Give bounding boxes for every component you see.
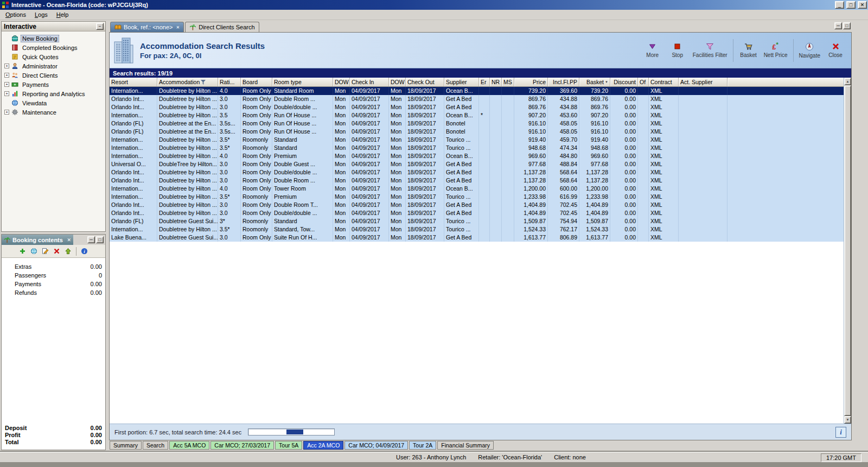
column-header-rati[interactable]: Rati...: [218, 78, 241, 86]
table-row[interactable]: Internation...Doubletree by Hilton ...3.…: [110, 193, 851, 201]
close-window-button[interactable]: ✕: [858, 1, 867, 9]
sidebar-item-viewdata[interactable]: Viewdata: [2, 98, 105, 108]
bottom-tab-search[interactable]: Search: [143, 441, 168, 450]
bottom-tab-acc-5a-mco[interactable]: Acc 5A MCO: [169, 441, 209, 450]
add-icon[interactable]: [19, 248, 26, 255]
info-icon[interactable]: i: [81, 248, 88, 255]
tab-close-icon[interactable]: ✕: [176, 25, 180, 30]
vertical-scrollbar[interactable]: ▲ ▼: [844, 78, 851, 424]
cell-accommodation: Doubletree by Hilton ...: [157, 185, 218, 193]
up-icon[interactable]: [65, 248, 72, 255]
scroll-down-icon[interactable]: ▼: [844, 416, 851, 424]
column-header-board[interactable]: Board: [241, 78, 272, 86]
table-row[interactable]: Orlando Int...Doubletree by Hilton ...3.…: [110, 201, 851, 209]
expand-icon[interactable]: +: [4, 82, 9, 87]
table-row[interactable]: Universal O...DoubleTree by Hilton...3.0…: [110, 160, 851, 168]
column-header-of[interactable]: Of: [638, 78, 649, 86]
sidebar-item-completed-bookings[interactable]: Completed Bookings: [2, 43, 105, 52]
basket-button[interactable]: Basket: [736, 37, 761, 64]
table-row[interactable]: Orlando Int...Doubletree by Hilton ...3.…: [110, 168, 851, 176]
delete-icon[interactable]: [53, 248, 60, 255]
column-header-dow[interactable]: DOW: [333, 78, 350, 86]
table-row[interactable]: Internation...Doubletree by Hilton ...3.…: [110, 111, 851, 119]
maximize-button[interactable]: □: [846, 1, 856, 9]
booking-contents-close-icon[interactable]: ✕: [67, 237, 71, 243]
cell-resort: Internation...: [110, 136, 157, 144]
table-row[interactable]: Orlando (FL)Doubletree at the En...3.5s.…: [110, 119, 851, 128]
column-header-contract[interactable]: Contract: [649, 78, 679, 86]
table-row[interactable]: Orlando Int...Doubletree by Hilton ...3.…: [110, 176, 851, 185]
menu-logs[interactable]: Logs: [30, 10, 52, 19]
tabstrip-restore-icon[interactable]: □: [843, 22, 851, 29]
tab-direct-clients-search[interactable]: Direct Clients Search: [185, 22, 259, 32]
sidebar-item-new-booking[interactable]: New Booking: [2, 34, 105, 43]
bottom-tab-financial-summary[interactable]: Financial Summary: [437, 441, 494, 450]
column-header-check-out[interactable]: Check Out: [406, 78, 444, 86]
sidebar-item-reporting-and-analytics[interactable]: +Reporting and Analytics: [2, 89, 105, 98]
scrollbar-thumb[interactable]: [844, 85, 851, 416]
column-header-resort[interactable]: Resort: [110, 78, 157, 86]
table-row[interactable]: Orlando (FL)Doubletree Guest Sui...3*Roo…: [110, 217, 851, 225]
booking-minimize-icon[interactable]: ─: [87, 236, 95, 243]
column-header-supplier[interactable]: Supplier: [444, 78, 479, 86]
expand-icon[interactable]: +: [4, 73, 9, 78]
column-header-dow[interactable]: DOW: [389, 78, 406, 86]
close-button[interactable]: Close: [823, 37, 848, 64]
booking-contents-title-area[interactable]: Booking contents ✕: [2, 235, 73, 245]
bottom-tab-tour-2a[interactable]: Tour 2A: [409, 441, 436, 450]
sidebar-item-payments[interactable]: +Payments: [2, 80, 105, 89]
table-row[interactable]: Internation...Doubletree by Hilton ...3.…: [110, 136, 851, 144]
tabstrip-minimize-icon[interactable]: ─: [834, 22, 842, 29]
scrollbar-track[interactable]: [844, 85, 851, 416]
table-row[interactable]: Orlando (FL)Doubletree at the En...3.5s.…: [110, 128, 851, 136]
info-button[interactable]: i: [835, 427, 846, 438]
edit-icon[interactable]: [42, 248, 49, 255]
expand-icon[interactable]: +: [4, 64, 9, 68]
cell-check-out: 18/09/2017: [406, 209, 444, 217]
stop-button[interactable]: Stop: [665, 37, 690, 64]
nett-price-button[interactable]: £*Nett Price: [761, 37, 790, 64]
column-header-ms[interactable]: MS: [502, 78, 514, 86]
table-row[interactable]: Internation...Doubletree by Hilton ...4.…: [110, 152, 851, 160]
booking-restore-icon[interactable]: □: [96, 236, 104, 243]
more-button[interactable]: More: [640, 37, 665, 64]
sidebar-item-maintenance[interactable]: +Maintenance: [2, 108, 105, 117]
sidebar-item-quick-quotes[interactable]: Quick Quotes: [2, 52, 105, 61]
sidebar-item-direct-clients[interactable]: +Direct Clients: [2, 71, 105, 80]
column-header-act-supplier[interactable]: Act. Supplier: [679, 78, 727, 86]
table-row[interactable]: Lake Buena...Doubletree Guest Sui...3.0R…: [110, 234, 851, 242]
table-row[interactable]: Internation...Doubletree by Hilton ...3.…: [110, 225, 851, 234]
globe-icon[interactable]: [30, 248, 37, 255]
column-header-accommodation[interactable]: Accommodation: [157, 78, 218, 86]
column-header-price[interactable]: Price: [514, 78, 548, 86]
tab-book-ref-none[interactable]: Book, ref.: <none>✕: [110, 22, 184, 32]
column-header-incl-fl-pp[interactable]: Incl.Fl.PP: [548, 78, 579, 86]
column-header-discount[interactable]: Discount: [610, 78, 638, 86]
column-header-room-type[interactable]: Room type: [272, 78, 333, 86]
column-header-er[interactable]: Er: [479, 78, 490, 86]
column-header-check-in[interactable]: Check In: [350, 78, 389, 86]
sidebar-item-administrator[interactable]: +Administrator: [2, 61, 105, 71]
menu-options[interactable]: Options: [1, 10, 30, 19]
table-row[interactable]: Internation...Doubletree by Hilton ...4.…: [110, 87, 851, 95]
expand-icon[interactable]: +: [4, 91, 9, 96]
expand-icon[interactable]: +: [4, 110, 9, 115]
bottom-tab-car-mco-04-09-2017[interactable]: Car MCO; 04/09/2017: [344, 441, 408, 450]
table-row[interactable]: Internation...Doubletree by Hilton ...4.…: [110, 185, 851, 193]
bottom-tab-summary[interactable]: Summary: [110, 441, 142, 450]
navigate-button[interactable]: Navigate: [796, 37, 823, 64]
bottom-tab-car-mco-27-03-2017[interactable]: Car MCO; 27/03/2017: [210, 441, 274, 450]
bottom-tab-acc-2a-mco[interactable]: Acc 2A MCO: [303, 441, 343, 450]
bottom-tab-tour-5a[interactable]: Tour 5A: [275, 441, 302, 450]
scroll-up-icon[interactable]: ▲: [844, 78, 851, 85]
table-row[interactable]: Orlando Int...Doubletree by Hilton ...3.…: [110, 103, 851, 111]
table-row[interactable]: Orlando Int...Doubletree by Hilton ...3.…: [110, 95, 851, 103]
column-header-basket[interactable]: Basket▼: [579, 78, 610, 86]
minimize-button[interactable]: _: [835, 1, 844, 9]
table-row[interactable]: Internation...Doubletree by Hilton ...3.…: [110, 144, 851, 152]
column-header-nr[interactable]: NR: [490, 78, 502, 86]
menu-help[interactable]: Help: [52, 10, 73, 19]
collapse-panel-icon[interactable]: −: [96, 23, 104, 30]
table-row[interactable]: Orlando Int...Doubletree by Hilton ...3.…: [110, 209, 851, 217]
facilities-filter-button[interactable]: Facilities Filter: [690, 37, 730, 64]
